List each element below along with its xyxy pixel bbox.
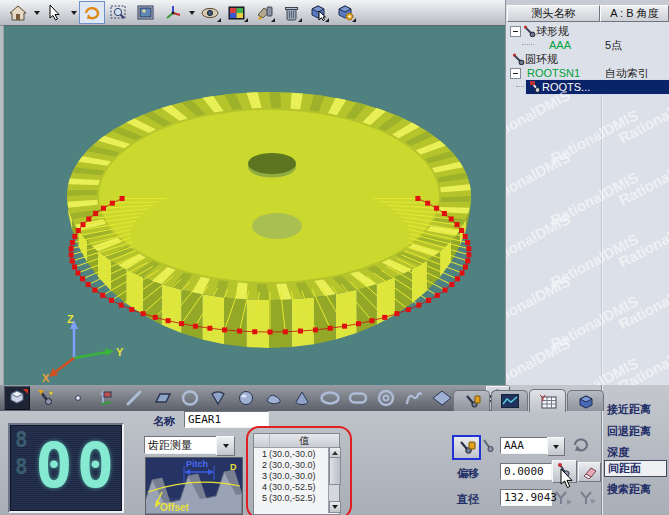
circle-icon [180, 389, 200, 407]
axis-triad: Z Y X [4, 26, 506, 386]
tree-value: 5点 [605, 38, 622, 53]
fit-view-button[interactable] [133, 1, 159, 24]
column-header-probe-name[interactable]: 测头名称 [507, 5, 600, 22]
cursor-icon [48, 5, 62, 21]
watermark-text: RationalDMIS [548, 106, 641, 166]
zoom-window-button[interactable] [106, 1, 132, 24]
feature-toolbar [0, 385, 509, 411]
surface-icon [263, 389, 285, 407]
probe-pick-button[interactable] [552, 460, 577, 483]
feature-line-button[interactable] [122, 388, 146, 408]
feature-arc-button[interactable] [206, 388, 230, 408]
curve-icon [403, 389, 425, 407]
counter-digits: 00 [35, 427, 118, 505]
probe-star-icon-2[interactable] [577, 490, 597, 506]
view-eye-button[interactable] [197, 1, 223, 24]
sphere-icon [236, 389, 256, 407]
watermark-text: RationalDMIS [506, 210, 573, 270]
mode-select-value[interactable]: 齿距测量 [144, 436, 220, 454]
probe-hammer-icon [457, 440, 476, 456]
probe-select-value[interactable]: AAA [500, 437, 551, 454]
pitch-diagram: Pitch D Offset [145, 457, 243, 515]
watermark-text: RationalDMIS [616, 210, 669, 270]
diameter-input[interactable]: 132.9043 [500, 489, 552, 506]
delete-button[interactable] [278, 1, 304, 24]
feature-sphere-button[interactable] [234, 388, 258, 408]
select-dropdown[interactable] [69, 2, 78, 23]
rotate-probe-button[interactable] [570, 435, 592, 454]
scroll-thumb[interactable] [329, 457, 341, 485]
axes-button[interactable] [160, 1, 186, 24]
approach-distance-label: 接近距离 [607, 402, 651, 417]
mode-select-arrow[interactable] [216, 436, 235, 456]
collapse-icon[interactable] [510, 26, 521, 37]
viewport-3d[interactable]: Z Y X [3, 25, 506, 386]
feature-plane-button[interactable] [150, 388, 174, 408]
feature-surface-button[interactable] [262, 388, 286, 408]
depth-label: 深度 [607, 445, 629, 460]
feature-slot-button[interactable] [346, 388, 370, 408]
probe-small-icon[interactable] [481, 438, 496, 454]
tree-row-ring-gauge[interactable]: 圆环规 [508, 52, 668, 66]
tab-solid[interactable] [567, 390, 604, 411]
solid-settings-button[interactable] [332, 1, 358, 24]
feature-curve-button[interactable] [402, 388, 426, 408]
d-label: D [230, 462, 237, 472]
probe-hammer-button[interactable] [452, 435, 481, 460]
home-button[interactable] [5, 1, 31, 24]
feature-torus-button[interactable] [374, 388, 398, 408]
feature-patch-button[interactable] [430, 388, 454, 408]
home-dropdown[interactable] [32, 2, 41, 23]
tree-value: 自动索引 [605, 66, 649, 81]
tree-row-roots-selected[interactable]: ROOTS... 30.0 : -180... [508, 80, 668, 94]
axes-dropdown[interactable] [187, 2, 196, 23]
arc-icon [208, 389, 228, 407]
column-header-ab-angle[interactable]: A : B 角度 [600, 5, 669, 22]
probe-star-icon-1[interactable] [553, 490, 573, 506]
tab-graph[interactable] [491, 390, 528, 411]
collapse-icon[interactable] [510, 68, 521, 79]
name-input[interactable]: GEAR1 [184, 411, 269, 428]
solid-select-button[interactable] [305, 1, 331, 24]
probe-panel: 测头名称 A : B 角度 球形规 AAA 5点 [505, 0, 669, 385]
value-list-scrollbar[interactable] [328, 447, 339, 513]
feature-cone-button[interactable] [290, 388, 314, 408]
row-value: (30.0,-52.5) [269, 493, 316, 503]
feature-ellipse-button[interactable] [318, 388, 342, 408]
rotate-view-button[interactable] [79, 1, 105, 24]
feature-axis-button[interactable] [94, 388, 118, 408]
feature-circle-button[interactable] [178, 388, 202, 408]
axis-label-x: X [42, 372, 50, 384]
probe-select-arrow[interactable] [547, 437, 565, 456]
value-list-header: 值 [254, 434, 339, 448]
view-mode-button[interactable] [4, 386, 30, 410]
probe-icon-active [529, 81, 542, 93]
probe-mode-button[interactable] [34, 388, 58, 408]
value-column-header[interactable]: 值 [270, 434, 339, 447]
probe-mode-icon [35, 388, 57, 408]
value-row[interactable]: 1(30.0,-30.0) [254, 448, 339, 459]
tree-row-rootsn1[interactable]: ROOTSN1 自动索引 [508, 66, 668, 80]
erase-button[interactable] [578, 462, 601, 482]
tree-row-sphere-gauge[interactable]: 球形规 [508, 24, 668, 38]
probe-tab-icon [463, 394, 481, 409]
tree-row-aaa[interactable]: AAA 5点 [508, 38, 668, 52]
color-palette-button[interactable] [224, 1, 250, 24]
probe-tree: 球形规 AAA 5点 圆环规 ROOTSN1 自动索引 [508, 24, 668, 94]
point-icon [68, 389, 88, 407]
tab-probe[interactable] [453, 390, 490, 411]
value-row[interactable]: 4(30.0,-52.5) [254, 481, 339, 492]
scroll-down-button[interactable] [329, 501, 341, 513]
value-row[interactable]: 5(30.0,-52.5) [254, 492, 339, 503]
render-tools-button[interactable] [251, 1, 277, 24]
counter-ghost-digit: 8 [15, 455, 28, 479]
axis-feature-icon [96, 389, 116, 407]
app-window: Z Y X 测头名称 A : B 角度 球形规 AAA [0, 0, 669, 515]
select-button[interactable] [42, 1, 68, 24]
spacing-face-button[interactable]: 间距面 [604, 460, 667, 477]
feature-point-button[interactable] [66, 388, 90, 408]
offset-input[interactable]: 0.0000 [500, 463, 552, 480]
value-row[interactable]: 3(30.0,-30.0) [254, 470, 339, 481]
tab-table-active[interactable] [529, 389, 566, 412]
value-row[interactable]: 2(30.0,-30.0) [254, 459, 339, 470]
